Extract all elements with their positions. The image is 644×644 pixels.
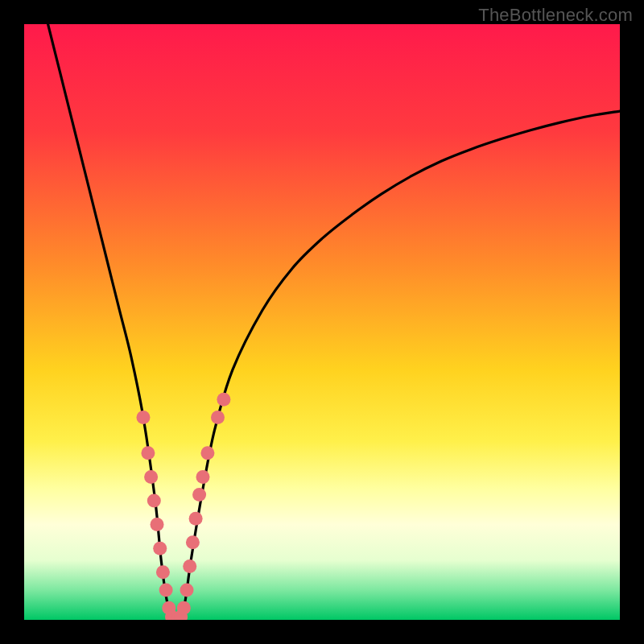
plot-area (24, 24, 620, 620)
highlight-dot (200, 446, 214, 460)
watermark-text: TheBottleneck.com (478, 5, 633, 26)
highlight-dot (137, 411, 151, 424)
highlight-dot (151, 518, 164, 531)
highlight-dot (156, 565, 170, 579)
highlight-dot (141, 446, 155, 460)
bottleneck-curve (48, 24, 620, 620)
highlight-dot (196, 470, 210, 484)
highlight-dot (159, 584, 173, 597)
highlight-dot (153, 542, 167, 555)
highlight-dot (186, 535, 200, 549)
highlight-dot (217, 393, 230, 407)
highlight-dot (211, 411, 225, 424)
highlight-dot (177, 601, 191, 615)
highlight-dot (147, 494, 161, 508)
highlight-dot (180, 584, 194, 597)
highlight-dot (144, 470, 158, 484)
chart-svg (24, 24, 620, 620)
outer-frame: TheBottleneck.com (0, 0, 644, 644)
highlight-dot (189, 512, 203, 526)
highlight-dot (192, 488, 206, 502)
highlight-dot (183, 559, 196, 573)
